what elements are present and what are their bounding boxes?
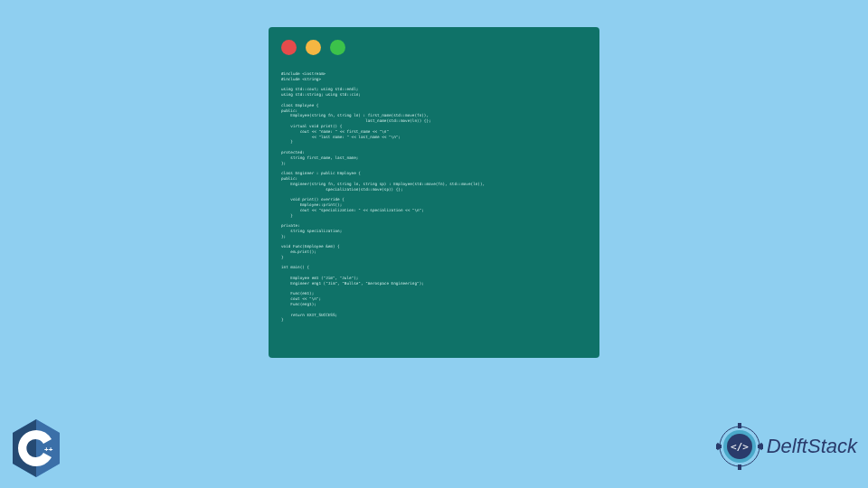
delftstack-logo: </> DelftStack [716,423,857,470]
window-close-dot [281,40,297,55]
code-content: #include <iostream> #include <string> us… [281,71,587,323]
svg-text:++: ++ [44,446,53,454]
window-minimize-dot [306,40,321,55]
svg-rect-6 [738,465,741,470]
code-window: #include <iostream> #include <string> us… [269,27,599,358]
window-controls [281,40,587,55]
cpp-logo-icon: ++ [9,418,63,479]
svg-text:</>: </> [731,441,749,453]
delftstack-gear-icon: </> [716,423,763,470]
svg-rect-5 [738,423,741,428]
delftstack-text: DelftStack [767,435,857,458]
window-maximize-dot [330,40,345,55]
